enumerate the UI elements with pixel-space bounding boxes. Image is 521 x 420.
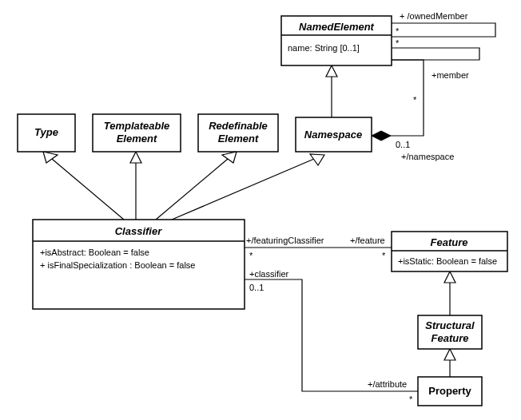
svg-marker-1 xyxy=(326,65,337,77)
label-ownedmember: + /ownedMember xyxy=(400,11,468,21)
attr-classifier-1: +isAbstract: Boolean = false xyxy=(40,248,149,257)
svg-marker-2 xyxy=(372,131,391,141)
gen-namespace-namedelement xyxy=(326,65,337,117)
class-redefinable: Redefinable Element xyxy=(198,114,278,152)
gen-classifier-templateable xyxy=(130,152,141,220)
label-classifier-role: +classifier xyxy=(249,269,289,279)
title-feature: Feature xyxy=(431,236,468,248)
class-feature: Feature +isStatic: Boolean = false xyxy=(392,232,507,271)
title-classifier: Classifier xyxy=(115,225,162,237)
mult-featuringclassifier: * xyxy=(249,251,253,260)
assoc-ownedmember: + /ownedMember * xyxy=(392,11,495,37)
mult-feature: * xyxy=(382,251,386,260)
label-attribute: +/attribute xyxy=(368,379,407,389)
gen-classifier-type xyxy=(43,152,124,220)
title-templateable-1: Templateable xyxy=(104,120,170,132)
title-templateable-2: Element xyxy=(117,133,157,145)
attr-namedelement-1: name: String [0..1] xyxy=(288,43,360,53)
label-featuringclassifier: +/featuringClassifier xyxy=(246,236,324,245)
gen-structural-feature xyxy=(444,271,455,315)
class-templateable: Templateable Element xyxy=(93,114,181,152)
title-namespace: Namespace xyxy=(304,129,362,141)
label-namespace-role: +/namespace xyxy=(401,152,454,161)
label-feature: +/feature xyxy=(350,236,385,245)
svg-line-9 xyxy=(172,159,314,220)
attr-classifier-2: + isFinalSpecialization : Boolean = fals… xyxy=(40,260,195,270)
assoc-member: +member * xyxy=(392,38,479,80)
class-type: Type xyxy=(18,114,75,152)
title-namedelement: NamedElement xyxy=(299,21,375,33)
class-structuralfeature: Structural Feature xyxy=(418,315,482,349)
svg-line-7 xyxy=(156,159,228,220)
title-property: Property xyxy=(428,385,471,397)
mult-ownedmember: * xyxy=(396,26,400,36)
mult-namespace-top: * xyxy=(413,95,417,105)
class-namespace: Namespace xyxy=(296,117,372,152)
svg-marker-13 xyxy=(444,271,455,283)
title-structural-2: Feature xyxy=(432,332,469,344)
class-property: Property xyxy=(418,377,482,406)
mult-attribute: * xyxy=(409,394,413,404)
title-structural-1: Structural xyxy=(425,319,475,331)
mult-namespace-bot: 0..1 xyxy=(396,140,410,149)
mult-member: * xyxy=(396,38,400,48)
assoc-classifier-feature: +/featuringClassifier * +/feature * xyxy=(245,236,392,260)
gen-property-structural xyxy=(444,349,455,377)
class-classifier: Classifier +isAbstract: Boolean = false … xyxy=(33,220,245,309)
title-redefinable-2: Element xyxy=(218,133,259,145)
svg-marker-15 xyxy=(444,349,455,360)
assoc-classifier-property: +classifier 0..1 +/attribute * xyxy=(245,269,418,404)
attr-feature-1: +isStatic: Boolean = false xyxy=(398,256,497,266)
class-namedelement: NamedElement name: String [0..1] xyxy=(281,16,392,65)
mult-classifier-role: 0..1 xyxy=(249,283,264,292)
svg-marker-6 xyxy=(130,152,141,163)
title-redefinable-1: Redefinable xyxy=(209,120,268,132)
title-type: Type xyxy=(34,126,58,138)
label-member: +member xyxy=(432,70,469,80)
svg-line-3 xyxy=(52,159,124,220)
